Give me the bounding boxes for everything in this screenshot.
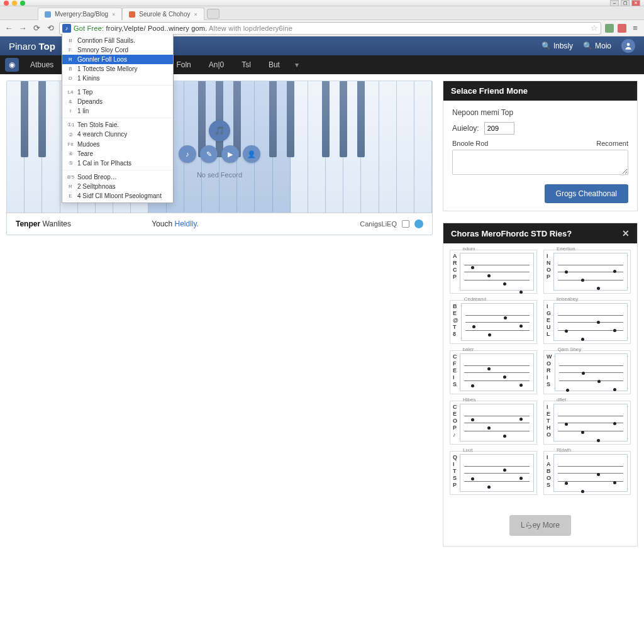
suggestion-icon: D xyxy=(67,75,74,81)
nav-item[interactable]: But xyxy=(260,55,289,74)
window-controls-right: – ▢ ✕ xyxy=(610,0,640,6)
omnibox-suggestion[interactable]: BConntion Fäll Sauils. xyxy=(62,36,173,45)
omnibox-suggestion[interactable]: B1 Tottects Ste Mellory xyxy=(62,64,173,74)
piano-tool-icon[interactable]: ♪ xyxy=(179,145,196,163)
omnibox-suggestion[interactable]: B'5Sood Breop… xyxy=(62,172,173,182)
chord-cell[interactable]: IGEULlinbeabey xyxy=(543,300,631,344)
omnibox-suggestion[interactable]: D1 Kinins xyxy=(62,74,173,83)
lock-icon[interactable]: ⟲ xyxy=(45,23,55,33)
chord-name: Qam Shey xyxy=(558,347,582,352)
chord-diagram: ndum xyxy=(460,253,535,291)
footer-checkbox[interactable] xyxy=(402,220,409,228)
new-tab-button[interactable] xyxy=(207,9,219,19)
black-key[interactable] xyxy=(269,81,277,157)
black-key[interactable] xyxy=(38,81,46,157)
nav-home-icon[interactable]: ◉ xyxy=(5,58,19,72)
suggestion-icon: ④ xyxy=(67,151,74,157)
black-key[interactable] xyxy=(287,81,294,157)
browser-tab[interactable]: Mvergery:Bag/Blog × xyxy=(38,8,122,20)
omnibox-suggestion[interactable]: ⑤1 Cal in Tor Plhacts xyxy=(62,158,173,168)
min-button[interactable]: – xyxy=(610,0,619,6)
chord-cell[interactable]: INOPEnertion xyxy=(543,250,631,294)
piano-tool-icon[interactable]: ▶ xyxy=(221,145,239,163)
nav-dropdown-caret-icon[interactable]: ▾ xyxy=(291,60,303,69)
nav-item[interactable]: Atbues xyxy=(21,55,62,74)
omnibox-suggestion[interactable]: ①1Ten Stols Faie. xyxy=(62,120,173,130)
chord-cell[interactable]: IETHOdflet xyxy=(543,401,631,445)
white-key[interactable] xyxy=(379,81,397,213)
header-label: Moio xyxy=(595,42,611,50)
piano-tool-icon[interactable]: 👤 xyxy=(243,145,260,163)
site-chip-icon[interactable]: ♪ xyxy=(62,24,71,33)
tab-close-icon[interactable]: × xyxy=(194,11,197,18)
footer-right-label: CanigsLiEQ xyxy=(360,220,397,228)
piano-tool-icon[interactable]: ✎ xyxy=(200,145,218,163)
header-search-2[interactable]: 🔍Moio xyxy=(583,42,611,50)
url-part: Got Free: xyxy=(74,25,104,32)
bookmark-star-icon[interactable]: ☆ xyxy=(591,23,598,33)
footer-round-button[interactable] xyxy=(414,219,423,228)
omnibox-suggestion[interactable]: I1 lin xyxy=(62,106,173,116)
minimize-dot[interactable] xyxy=(12,1,17,6)
chord-name: linbeabey xyxy=(557,296,578,302)
chord-cell[interactable]: IABOSRidath xyxy=(543,451,631,495)
back-icon[interactable]: ← xyxy=(4,23,14,33)
omnibox-suggestion[interactable]: E4 Sidf Cll Mloont Pseologmant xyxy=(62,191,173,201)
friend-submit-button[interactable]: Grogs Cheathonal xyxy=(545,184,628,203)
nav-item[interactable]: Tsl xyxy=(233,55,260,74)
white-key[interactable] xyxy=(414,81,432,213)
chord-cell[interactable]: QITSPLuot xyxy=(450,451,537,495)
max-button[interactable]: ▢ xyxy=(621,0,630,6)
suggestion-text: Teare xyxy=(77,150,93,157)
omnibox-suggestion[interactable]: RGonnler Foll Loos xyxy=(62,55,173,64)
zoom-dot[interactable] xyxy=(20,1,25,6)
omnibox-suggestion[interactable]: L41 Tep xyxy=(62,87,173,97)
close-dot[interactable] xyxy=(4,1,9,6)
friend-field-input[interactable] xyxy=(484,122,514,135)
omnibox-suggestion[interactable]: R2 Seiltphnoas xyxy=(62,182,173,191)
omnibox-dropdown: BConntion Fäll Sauils.F.Smnory Sloy Cord… xyxy=(62,34,174,203)
nav-item[interactable]: An|0 xyxy=(200,55,233,74)
header-search-label: lnbsly xyxy=(553,42,573,50)
browser-tab[interactable]: Seurole & Chohoy × xyxy=(122,8,204,20)
load-more-button[interactable]: Lらey More xyxy=(509,515,571,536)
black-key[interactable] xyxy=(21,81,28,157)
suggestion-icon: ①1 xyxy=(67,122,74,128)
chord-cell[interactable]: ARCPndum xyxy=(450,250,537,294)
omnibox-suggestion[interactable]: ④Teare xyxy=(62,149,173,158)
avatar[interactable] xyxy=(621,39,635,53)
forward-icon[interactable]: → xyxy=(18,23,28,33)
white-key[interactable] xyxy=(397,81,414,213)
menu-icon[interactable]: ≡ xyxy=(630,23,640,33)
address-bar[interactable]: ♪ Got Free: froiry,Velpte/ Pood..winery … xyxy=(59,22,601,35)
black-key[interactable] xyxy=(340,81,347,157)
close-button[interactable]: ✕ xyxy=(631,0,640,6)
chord-cell[interactable]: CEOP♪Hibes xyxy=(450,401,537,445)
omnibox-suggestion[interactable]: &Dpeands xyxy=(62,97,173,106)
chords-close-icon[interactable]: ✕ xyxy=(622,228,630,238)
suggestion-icon: B'5 xyxy=(67,174,74,180)
chord-cell[interactable]: BE@T8Cedreand xyxy=(450,300,537,344)
omnibox-suggestion[interactable]: F.Smnory Sloy Cord xyxy=(62,45,173,55)
black-key[interactable] xyxy=(357,81,365,157)
chord-cell[interactable]: WORISQam Shey xyxy=(543,350,631,394)
chord-diagram: Hibes xyxy=(460,404,534,441)
omnibox-suggestion[interactable]: FitMudoes xyxy=(62,140,173,149)
brand-logo[interactable]: Pinaro Top xyxy=(9,41,55,52)
main-badge-icon[interactable]: 🎵 xyxy=(209,120,230,142)
omnibox-suggestion[interactable]: ②4 सearch Clunncy xyxy=(62,130,173,140)
chord-cell[interactable]: CFEISbaler xyxy=(450,350,537,394)
suggestion-text: Mudoes xyxy=(77,141,100,148)
header-search[interactable]: 🔍lnbsly xyxy=(541,42,573,50)
chord-letters: CFEIS xyxy=(453,353,457,391)
friend-field-label: Auieloy: xyxy=(452,124,479,133)
reload-icon[interactable]: ⟳ xyxy=(31,23,42,33)
tab-close-icon[interactable]: × xyxy=(112,11,115,18)
suggestion-text: 1 Tottects Ste Mellory xyxy=(77,65,137,72)
extension-icon[interactable] xyxy=(618,24,626,33)
suggestion-text: 1 lin xyxy=(77,108,89,114)
friend-textarea[interactable] xyxy=(452,150,628,175)
extension-icon[interactable] xyxy=(605,24,614,33)
black-key[interactable] xyxy=(322,81,330,157)
tab-title: Mvergery:Bag/Blog xyxy=(55,11,108,18)
